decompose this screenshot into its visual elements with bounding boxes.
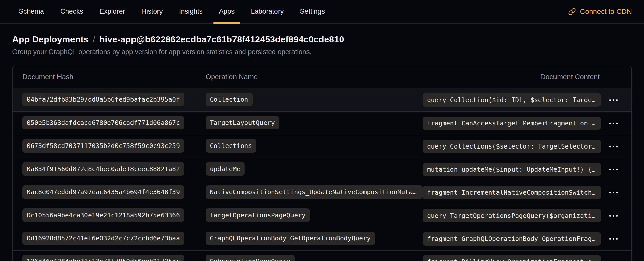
nav-tab-label: Settings	[300, 8, 325, 15]
nav-tab-label: Laboratory	[251, 8, 284, 15]
operation-name-pill: NativeCompositionSettings_UpdateNativeCo…	[206, 185, 423, 199]
connect-to-cdn-button[interactable]: Connect to CDN	[568, 0, 632, 23]
nav-tab-apps[interactable]: Apps	[212, 0, 241, 23]
document-hash-pill: 050e5b363dafdcacd6780e706cadf771d06a867c	[22, 116, 184, 129]
breadcrumb-section: App Deployments	[12, 34, 89, 44]
nav-tab-label: Checks	[60, 8, 83, 15]
document-hash-pill: 126d46a4284abe31c13c78f7959d56eeb21725dc	[22, 255, 184, 261]
column-header-operation-name: Operation Name	[201, 73, 423, 81]
ellipsis-icon	[609, 123, 618, 124]
nav-tab-schema[interactable]: Schema	[12, 0, 51, 23]
nav-tab-label: Insights	[179, 8, 203, 15]
row-menu-button[interactable]	[607, 119, 620, 128]
operation-name-pill: GraphQLOperationBody_GetOperationBodyQue…	[206, 232, 375, 245]
table-row[interactable]: 04bfa72dfb83b297dd8a5b6fed9bafac2b395a0f…	[13, 88, 631, 111]
nav-tab-label: Apps	[219, 8, 235, 15]
connect-to-cdn-label: Connect to CDN	[580, 8, 632, 16]
nav-tab-label: History	[141, 8, 163, 15]
top-navigation: Schema Checks Explorer History Insights …	[0, 0, 644, 24]
row-menu-button[interactable]	[607, 211, 620, 220]
nav-tab-history[interactable]: History	[135, 0, 169, 23]
nav-tab-label: Explorer	[99, 8, 125, 15]
document-content-pill: fragment IncrementalNativeCompositionSwi…	[423, 186, 601, 199]
document-content-pill: fragment BillingView_OrganizationFragmen…	[423, 255, 601, 261]
ellipsis-icon	[609, 146, 618, 147]
row-menu-button[interactable]	[607, 188, 620, 197]
ellipsis-icon	[609, 169, 618, 170]
nav-tab-laboratory[interactable]: Laboratory	[244, 0, 290, 23]
operation-name-pill: Collection	[206, 93, 253, 106]
ellipsis-icon	[609, 215, 618, 217]
document-hash-pill: 0d16928d8572c41ef6e032d2c7c72ccbd6e73baa	[22, 232, 184, 245]
table-row[interactable]: 126d46a4284abe31c13c78f7959d56eeb21725dc…	[13, 250, 631, 261]
operation-name-pill: TargetOperationsPageQuery	[206, 208, 310, 222]
document-hash-pill: 0ac8e047eddd97a97eac6435a4b694f4e3648f39	[22, 185, 184, 199]
document-content-pill: query Collection($id: ID!, $selector: Ta…	[423, 93, 601, 107]
link-icon	[568, 8, 576, 15]
nav-tab-label: Schema	[19, 8, 44, 15]
row-menu-button[interactable]	[607, 235, 620, 243]
document-hash-pill: 0673df58cd7037117035b2d0c758f59c0c93c259	[22, 139, 184, 153]
column-header-document-content: Document Content	[423, 73, 601, 81]
ellipsis-icon	[609, 99, 618, 101]
row-menu-button[interactable]	[607, 258, 620, 261]
page-subtitle: Group your GraphQL operations by app ver…	[12, 48, 632, 56]
table-header-row: Document Hash Operation Name Document Co…	[13, 66, 631, 88]
ellipsis-icon	[609, 192, 618, 193]
column-header-document-hash: Document Hash	[18, 73, 201, 81]
nav-tabs: Schema Checks Explorer History Insights …	[12, 0, 334, 23]
document-content-pill: fragment GraphQLOperationBody_OperationF…	[423, 232, 601, 246]
breadcrumb-separator: /	[93, 34, 95, 44]
table-body: 04bfa72dfb83b297dd8a5b6fed9bafac2b395a0f…	[13, 88, 631, 261]
table-row[interactable]: 0a834f91560d872e8c4bec0ade18ceec88821a82…	[13, 158, 631, 181]
breadcrumb-app-id: hive-app@b622862ecdba7c61b78f412453def89…	[99, 34, 344, 44]
document-hash-pill: 04bfa72dfb83b297dd8a5b6fed9bafac2b395a0f	[22, 93, 184, 106]
document-hash-pill: 0a834f91560d872e8c4bec0ade18ceec88821a82	[22, 162, 184, 176]
table-row[interactable]: 0673df58cd7037117035b2d0c758f59c0c93c259…	[13, 135, 631, 158]
nav-tab-explorer[interactable]: Explorer	[93, 0, 132, 23]
document-content-pill: fragment CanAccessTarget_MemberFragment …	[423, 117, 601, 130]
operation-name-pill: Collections	[206, 139, 256, 153]
row-menu-button[interactable]	[607, 165, 620, 174]
operation-name-pill: TargetLayoutQuery	[206, 116, 279, 129]
nav-tab-settings[interactable]: Settings	[293, 0, 331, 23]
document-content-pill: query Collections($selector: TargetSelec…	[423, 140, 601, 153]
nav-tab-checks[interactable]: Checks	[54, 0, 90, 23]
deployments-table: Document Hash Operation Name Document Co…	[12, 66, 632, 261]
table-row[interactable]: 0c10556a9be4ca30e19e21c1218a592b75e63366…	[13, 204, 631, 227]
table-row[interactable]: 0ac8e047eddd97a97eac6435a4b694f4e3648f39…	[13, 181, 631, 204]
row-menu-button[interactable]	[607, 96, 620, 104]
ellipsis-icon	[609, 238, 618, 240]
operation-name-pill: updateMe	[206, 162, 245, 176]
row-menu-button[interactable]	[607, 142, 620, 151]
breadcrumb: App Deployments / hive-app@b622862ecdba7…	[12, 34, 632, 44]
nav-tab-insights[interactable]: Insights	[172, 0, 209, 23]
document-hash-pill: 0c10556a9be4ca30e19e21c1218a592b75e63366	[22, 208, 184, 222]
table-row[interactable]: 0d16928d8572c41ef6e032d2c7c72ccbd6e73baa…	[13, 227, 631, 250]
app-deployments-page: App Deployments / hive-app@b622862ecdba7…	[0, 34, 644, 261]
document-content-pill: query TargetOperationsPageQuery($organiz…	[423, 209, 601, 222]
operation-name-pill: SubscriptionPageQuery	[206, 255, 295, 261]
document-content-pill: mutation updateMe($input: UpdateMeInput!…	[423, 163, 601, 176]
table-row[interactable]: 050e5b363dafdcacd6780e706cadf771d06a867c…	[13, 111, 631, 135]
